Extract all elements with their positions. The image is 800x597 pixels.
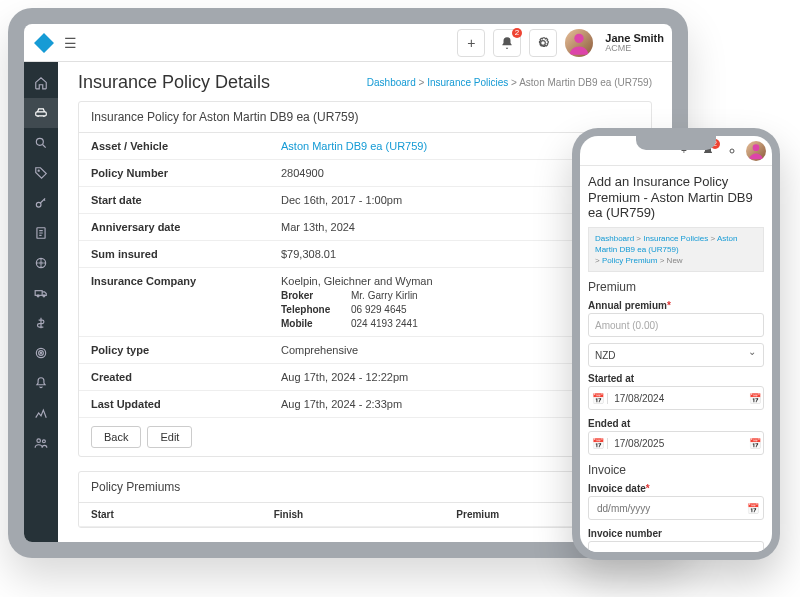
phone-screen: + 2 Add an Insurance Policy Premium - As… [580,136,772,552]
phone-content: Add an Insurance Policy Premium - Aston … [580,166,772,552]
detail-anniversary: Anniversary date Mar 13th, 2024 [79,214,651,241]
svg-point-14 [37,439,41,443]
phone-avatar[interactable] [746,141,766,161]
sidebar-item-home[interactable] [24,68,58,98]
sidebar-item-docs[interactable] [24,218,58,248]
currency-select[interactable]: NZD [588,343,764,367]
user-avatar[interactable] [565,29,593,57]
user-name: Jane Smith [605,32,664,44]
section-premium: Premium [588,280,764,294]
detail-start-date: Start date Dec 16th, 2017 - 1:00pm [79,187,651,214]
calendar-picker-icon[interactable]: 📅 [747,393,763,404]
policy-card: Insurance Policy for Aston Martin DB9 ea… [78,101,652,457]
svg-rect-1 [36,112,47,116]
ended-at-label: Ended at [588,418,764,429]
breadcrumb-current: Aston Martin DB9 ea (UR759) [519,77,652,88]
breadcrumb-level1[interactable]: Insurance Policies [427,77,508,88]
sidebar [24,62,58,542]
asset-link[interactable]: Aston Martin DB9 ea (UR759) [281,140,427,152]
col-finish: Finish [274,509,457,520]
calendar-picker-icon[interactable]: 📅 [743,503,763,514]
svg-point-3 [38,170,39,171]
calendar-icon: 📅 [589,438,608,449]
svg-point-13 [40,352,41,353]
sidebar-item-target[interactable] [24,338,58,368]
detail-asset: Asset / Vehicle Aston Martin DB9 ea (UR7… [79,133,651,160]
premiums-table-head: Start Finish Premium [79,503,651,527]
detail-created: Created Aug 17th, 2024 - 12:22pm [79,364,651,391]
detail-policy-type: Policy type Comprehensive [79,337,651,364]
detail-sum-insured: Sum insured $79,308.01 [79,241,651,268]
amount-input[interactable] [588,313,764,337]
sidebar-item-truck[interactable] [24,278,58,308]
col-start: Start [91,509,274,520]
sidebar-item-people[interactable] [24,428,58,458]
phone-breadcrumb: Dashboard > Insurance Policies > Aston M… [588,227,764,273]
sidebar-item-keys[interactable] [24,188,58,218]
sidebar-item-alerts[interactable] [24,368,58,398]
svg-point-7 [40,262,42,264]
invoice-date-input[interactable]: 📅 [588,496,764,520]
user-org: ACME [605,44,664,54]
policy-card-header: Insurance Policy for Aston Martin DB9 ea… [79,102,651,133]
invoice-number-label: Invoice number [588,528,764,539]
svg-point-15 [42,440,45,443]
sidebar-item-reports[interactable] [24,398,58,428]
sidebar-item-vehicles[interactable] [24,98,58,128]
calendar-icon: 📅 [589,393,608,404]
topbar-actions: + 2 Jane Smith ACME [457,29,664,57]
topbar: ☰ + 2 Jane Smith ACME [24,24,672,62]
phone-page-title: Add an Insurance Policy Premium - Aston … [588,174,764,221]
edit-button[interactable]: Edit [147,426,192,448]
detail-company: Insurance Company Koelpin, Gleichner and… [79,268,651,337]
invoice-date-label: Invoice date* [588,483,764,494]
phone-settings-button[interactable] [722,141,742,161]
add-button[interactable]: + [457,29,485,57]
notification-badge: 2 [512,28,522,38]
invoice-number-input[interactable] [588,541,764,552]
ended-at-input[interactable]: 📅 📅 [588,431,764,455]
page-header: Insurance Policy Details Dashboard > Ins… [78,72,652,93]
sidebar-item-tags[interactable] [24,158,58,188]
settings-button[interactable] [529,29,557,57]
back-button[interactable]: Back [91,426,141,448]
menu-icon[interactable]: ☰ [64,35,77,51]
section-invoice: Invoice [588,463,764,477]
notifications-button[interactable]: 2 [493,29,521,57]
started-at-label: Started at [588,373,764,384]
svg-point-4 [36,202,41,207]
detail-policy-number: Policy Number 2804900 [79,160,651,187]
sidebar-item-wheel[interactable] [24,248,58,278]
calendar-picker-icon[interactable]: 📅 [747,438,763,449]
svg-point-16 [753,144,760,151]
premiums-card: Policy Premiums Start Finish Premium [78,471,652,528]
sidebar-item-search[interactable] [24,128,58,158]
action-buttons: Back Edit [79,418,651,456]
annual-premium-label: Annual premium* [588,300,764,311]
started-at-input[interactable]: 📅 📅 [588,386,764,410]
user-block[interactable]: Jane Smith ACME [605,32,664,54]
app-logo [32,31,56,55]
sidebar-item-money[interactable] [24,308,58,338]
breadcrumb-root[interactable]: Dashboard [367,77,416,88]
phone-notch [636,136,716,150]
breadcrumb: Dashboard > Insurance Policies > Aston M… [367,77,652,88]
page-title: Insurance Policy Details [78,72,270,93]
premiums-title: Policy Premiums [79,472,651,503]
phone-frame: + 2 Add an Insurance Policy Premium - As… [572,128,780,560]
svg-point-0 [575,33,584,42]
detail-updated: Last Updated Aug 17th, 2024 - 2:33pm [79,391,651,418]
svg-point-2 [36,138,43,145]
